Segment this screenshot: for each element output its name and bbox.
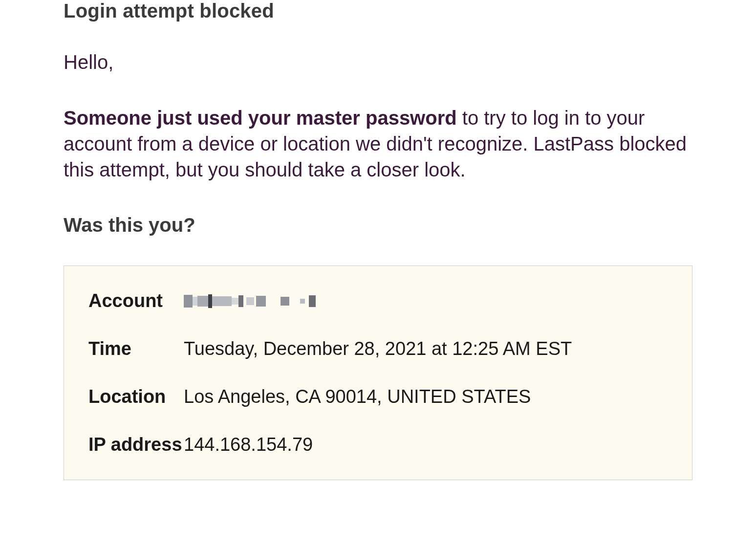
detail-row-ip: IP address 144.168.154.79 — [88, 434, 668, 455]
detail-row-location: Location Los Angeles, CA 90014, UNITED S… — [88, 386, 668, 407]
detail-row-account: Account — [88, 290, 668, 311]
page-title: Login attempt blocked — [64, 0, 692, 22]
redacted-account-icon — [184, 294, 316, 308]
alert-bold-text: Someone just used your master password — [64, 107, 457, 129]
detail-label-time: Time — [88, 338, 184, 359]
detail-label-account: Account — [88, 290, 184, 311]
email-body: Login attempt blocked Hello, Someone jus… — [0, 0, 756, 480]
subheading: Was this you? — [64, 214, 692, 236]
greeting-text: Hello, — [64, 51, 692, 73]
alert-paragraph: Someone just used your master password t… — [64, 105, 692, 182]
detail-value-ip: 144.168.154.79 — [184, 434, 313, 455]
detail-value-location: Los Angeles, CA 90014, UNITED STATES — [184, 386, 531, 407]
detail-label-ip: IP address — [88, 434, 184, 455]
detail-row-time: Time Tuesday, December 28, 2021 at 12:25… — [88, 338, 668, 359]
detail-label-location: Location — [88, 386, 184, 407]
detail-value-account — [184, 294, 316, 308]
detail-value-time: Tuesday, December 28, 2021 at 12:25 AM E… — [184, 338, 572, 359]
details-box: Account Time — [64, 265, 692, 480]
